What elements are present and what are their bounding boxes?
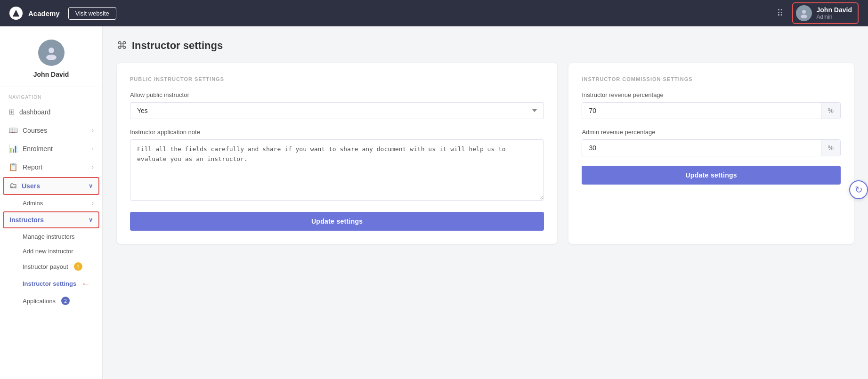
admins-label: Admins [23,200,43,207]
admin-revenue-input-wrapper: % [582,139,841,156]
avatar [796,5,812,21]
instructor-payout-label: Instructor payout [23,263,68,270]
sidebar-avatar [38,40,65,66]
public-settings-card: PUBLIC INSTRUCTOR SETTINGS Allow public … [117,63,557,244]
add-new-instructor-label: Add new instructor [23,248,73,255]
sidebar-item-instructor-payout[interactable]: Instructor payout 1 [19,258,102,274]
report-arrow: › [92,164,94,170]
admin-revenue-label: Admin revenue percentage [582,129,841,136]
sidebar-item-applications[interactable]: Applications 2 [19,293,102,309]
brand-name: Academy [28,9,60,17]
instructor-settings-label: Instructor settings [23,280,76,287]
page-header: ⌘ Instructor settings [117,40,854,52]
sidebar-item-dashboard[interactable]: ⊞ dashboard [0,103,102,121]
chat-bubble[interactable]: ↻ [849,180,868,199]
logo-icon [9,7,23,20]
manage-instructors-label: Manage instructors [23,233,75,240]
admins-submenu: Admins › [0,196,102,210]
user-info: John David Admin [817,6,852,21]
enrolment-arrow: › [92,145,94,152]
sidebar-item-add-new-instructor[interactable]: Add new instructor [19,244,102,258]
grid-menu-icon[interactable]: ⠿ [777,8,784,19]
sidebar: John David NAVIGATION ⊞ dashboard 📖 Cour… [0,26,103,379]
content-row: PUBLIC INSTRUCTOR SETTINGS Allow public … [117,63,854,244]
admin-revenue-input[interactable] [582,140,820,156]
logo: Academy [9,7,60,20]
admins-arrow: › [92,200,94,207]
applications-badge: 2 [61,297,70,305]
svg-point-3 [49,48,54,53]
sidebar-item-instructor-settings[interactable]: Instructor settings ← [19,274,102,293]
red-arrow-icon: ← [81,278,90,289]
allow-public-label: Allow public instructor [130,91,544,98]
commission-update-settings-button[interactable]: Update settings [582,166,841,185]
revenue-percent-suffix: % [821,103,840,119]
sidebar-item-users[interactable]: 🗂 Users ∨ [3,177,99,195]
allow-public-select[interactable]: Yes No [130,102,544,119]
sidebar-profile-name: John David [5,71,97,78]
svg-point-2 [801,15,807,18]
application-note-group: Instructor application note Fill all the… [130,129,544,202]
instructor-revenue-input-wrapper: % [582,102,841,119]
admin-revenue-group: Admin revenue percentage % [582,129,841,156]
commission-settings-card: INSTRUCTOR COMMISSION SETTINGS Instructo… [568,63,854,244]
user-role: Admin [817,14,852,20]
user-name: John David [817,6,852,14]
public-update-settings-button[interactable]: Update settings [130,212,544,231]
public-settings-title: PUBLIC INSTRUCTOR SETTINGS [130,76,544,82]
report-icon: 📋 [8,162,18,171]
instructor-revenue-input[interactable] [582,103,820,119]
commission-settings-title: INSTRUCTOR COMMISSION SETTINGS [582,76,841,82]
sidebar-item-report[interactable]: 📋 Report › [0,158,102,176]
courses-label: Courses [23,127,47,134]
sidebar-item-enrolment[interactable]: 📊 Enrolment › [0,139,102,158]
nav-section-label: NAVIGATION [0,87,102,103]
instructor-revenue-group: Instructor revenue percentage % [582,91,841,119]
topnav: Academy Visit website ⠿ John David Admin [0,0,868,26]
instructors-label: Instructors [9,216,44,224]
sidebar-item-admins[interactable]: Admins › [19,196,102,210]
users-arrow: ∨ [89,183,93,189]
report-label: Report [23,163,42,171]
users-label: Users [22,182,40,190]
svg-marker-0 [13,10,19,16]
allow-public-instructor-group: Allow public instructor Yes No [130,91,544,119]
dashboard-label: dashboard [19,108,50,116]
svg-point-1 [802,10,806,14]
main-content: ⌘ Instructor settings PUBLIC INSTRUCTOR … [103,26,868,379]
dashboard-icon: ⊞ [8,107,15,116]
admin-percent-suffix: % [821,140,840,156]
sidebar-item-manage-instructors[interactable]: Manage instructors [19,229,102,244]
users-icon: 🗂 [9,182,17,190]
sidebar-item-courses[interactable]: 📖 Courses › [0,121,102,139]
courses-arrow: › [92,127,94,134]
enrolment-icon: 📊 [8,144,18,153]
courses-icon: 📖 [8,126,18,135]
page-title: Instructor settings [132,40,223,52]
sidebar-profile: John David [0,26,102,87]
sidebar-item-instructors[interactable]: Instructors ∨ [3,211,99,228]
settings-icon: ⌘ [117,40,127,52]
payout-badge: 1 [74,262,82,271]
application-note-textarea[interactable]: Fill all the fields carefully and share … [130,139,544,201]
user-profile-button[interactable]: John David Admin [792,2,859,24]
svg-point-4 [46,55,57,60]
application-note-label: Instructor application note [130,129,544,136]
visit-website-button[interactable]: Visit website [68,7,116,20]
applications-label: Applications [23,298,56,305]
instructors-arrow: ∨ [89,217,93,223]
enrolment-label: Enrolment [23,145,53,153]
instructors-submenu: Manage instructors Add new instructor In… [0,229,102,309]
instructor-revenue-label: Instructor revenue percentage [582,91,841,98]
